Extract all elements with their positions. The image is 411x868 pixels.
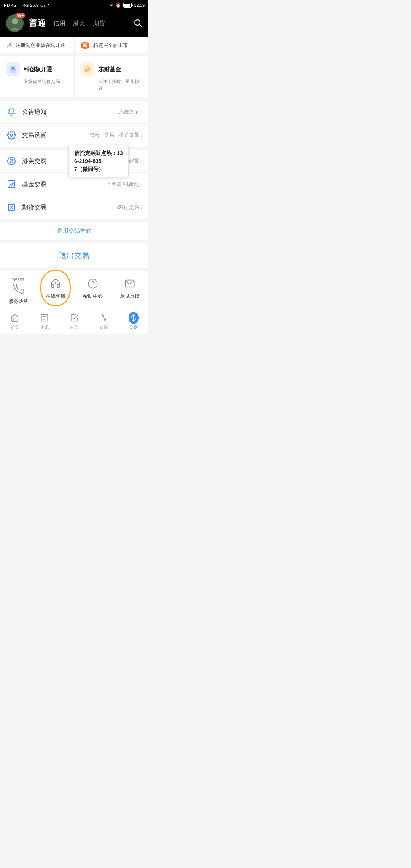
logout-section: 退出交易 bbox=[0, 243, 148, 268]
nav-news-label: 资讯 bbox=[40, 324, 49, 330]
svg-point-5 bbox=[12, 67, 14, 68]
gonggao-chevron: › bbox=[140, 109, 142, 115]
backup-link[interactable]: 备用交易方式 bbox=[0, 222, 148, 240]
nav-home-label: 首页 bbox=[11, 324, 19, 330]
menu-item-gonggao[interactable]: 公告通知 风险提示 › bbox=[0, 101, 148, 124]
tooltip-line3: 7（微同号） bbox=[74, 165, 123, 173]
nav-news[interactable]: 资讯 bbox=[30, 313, 59, 330]
bell-icon bbox=[6, 107, 17, 117]
kechuangban-title: 科创板开通 bbox=[24, 66, 52, 73]
nav-watchlist[interactable]: 自选 bbox=[59, 313, 89, 330]
support-hotline[interactable]: 95357 服务热线 bbox=[0, 278, 37, 305]
tooltip-line2: 6-2194-835 bbox=[74, 157, 123, 165]
bottom-nav: 首页 资讯 自选 行情 bbox=[0, 310, 148, 334]
jiaoyishezhi-chevron: › bbox=[140, 132, 142, 138]
menu-group-2: 港美交易 全球资产配置 › 信托定融返点热：13 6-2194-835 7（微同… bbox=[0, 150, 148, 219]
qihuo-label: 期货交易 bbox=[22, 204, 111, 212]
backup-link-text: 备用交易方式 bbox=[57, 227, 91, 234]
home-icon bbox=[10, 313, 20, 323]
phone-icon bbox=[13, 283, 25, 295]
header-tabs: 普通 信用 港美 期货 bbox=[29, 18, 128, 29]
online-service-label: 在线客服 bbox=[46, 293, 65, 300]
support-online-service[interactable]: 在线客服 bbox=[37, 278, 75, 305]
nav-home[interactable]: 首页 bbox=[0, 313, 30, 330]
avatar-wrap[interactable]: 99+ bbox=[6, 14, 24, 32]
feature-cards: 科创板开通 支持盘后定价交易 东财基金 专注于指数、量化投资 bbox=[0, 56, 148, 97]
menu-item-qihuo[interactable]: 期货交易 T+0双向交易 › bbox=[0, 196, 148, 219]
menu-item-jiaoyishezhi[interactable]: 交易设置 登录、交易、推送设置 › bbox=[0, 124, 148, 147]
support-feedback[interactable]: 意见反馈 bbox=[112, 278, 149, 305]
news-icon bbox=[40, 313, 49, 323]
feature-card-dongcai[interactable]: 东财基金 专注于指数、量化投资 bbox=[75, 56, 149, 97]
jiaoyishezhi-right-text: 登录、交易、推送设置 bbox=[89, 132, 139, 139]
header: 99+ 普通 信用 港美 期货 bbox=[0, 11, 148, 37]
gangmei-chevron: › bbox=[140, 158, 142, 164]
dongcai-desc: 专注于指数、量化投资 bbox=[81, 78, 143, 91]
qihuo-right: T+0双向交易 › bbox=[111, 204, 142, 211]
dollar-icon bbox=[6, 156, 17, 166]
tab-gangmei[interactable]: 港美 bbox=[73, 19, 85, 27]
tab-xinyong[interactable]: 信用 bbox=[53, 19, 65, 27]
gear-icon bbox=[6, 130, 17, 140]
status-speed: 25.9 K/s bbox=[30, 3, 45, 8]
kechuangban-desc: 支持盘后定价交易 bbox=[6, 78, 68, 85]
status-left: HD 4G ↑↓ 4G 25.9 K/s ↻ bbox=[4, 3, 51, 8]
help-label: 帮助中心 bbox=[83, 293, 103, 300]
status-time: 12:39 bbox=[134, 3, 145, 8]
status-bar: HD 4G ↑↓ 4G 25.9 K/s ↻ 👁 ⏰ 12:39 bbox=[0, 0, 148, 11]
hotline-number: 95357 bbox=[13, 278, 24, 282]
feedback-label: 意见反馈 bbox=[120, 293, 140, 300]
svg-line-3 bbox=[140, 24, 142, 27]
headset-icon bbox=[49, 278, 62, 290]
partial-card-2-desc: 精选层全新上市 bbox=[93, 42, 128, 49]
svg-point-6 bbox=[84, 65, 91, 73]
nav-trade-label: 交易 bbox=[129, 324, 138, 330]
dongcai-title: 东财基金 bbox=[98, 66, 121, 73]
tooltip-xingtuo: 信托定融返点热：13 6-2194-835 7（微同号） bbox=[68, 145, 129, 177]
tab-qihuo[interactable]: 期货 bbox=[93, 19, 105, 27]
search-button[interactable] bbox=[133, 18, 142, 29]
avatar-badge: 99+ bbox=[16, 13, 25, 18]
svg-point-11 bbox=[10, 134, 13, 136]
kechuangban-icon bbox=[6, 62, 20, 76]
feature-card-kechuangban[interactable]: 科创板开通 支持盘后定价交易 bbox=[0, 56, 74, 97]
svg-rect-13 bbox=[8, 181, 15, 188]
menu-item-gangmei[interactable]: 港美交易 全球资产配置 › 信托定融返点热：13 6-2194-835 7（微同… bbox=[0, 150, 148, 173]
gonggao-label: 公告通知 bbox=[22, 108, 119, 116]
partial-cards: ↗ 注册制创业板在线开通 新 精选层全新上市 bbox=[0, 37, 148, 53]
nav-trade[interactable]: 交易 bbox=[119, 313, 148, 330]
tooltip-line1: 信托定融返点热：13 bbox=[74, 149, 123, 157]
market-icon bbox=[99, 313, 109, 323]
jijin-right-text: 基金费率1折起 bbox=[107, 181, 139, 188]
support-help[interactable]: 帮助中心 bbox=[74, 278, 112, 305]
nav-market-label: 行情 bbox=[100, 324, 108, 330]
gonggao-right-text: 风险提示 bbox=[119, 108, 139, 115]
partial-card-1-desc: 注册制创业板在线开通 bbox=[16, 42, 65, 49]
status-sync: ↻ bbox=[47, 3, 51, 8]
jijin-chevron: › bbox=[140, 181, 142, 187]
svg-point-16 bbox=[11, 207, 12, 208]
partial-card-jingxuan[interactable]: 新 精选层全新上市 bbox=[75, 37, 149, 53]
battery-icon bbox=[123, 3, 132, 8]
svg-point-2 bbox=[135, 20, 140, 25]
status-alarm: ⏰ bbox=[116, 3, 121, 8]
tab-putong[interactable]: 普通 bbox=[29, 18, 46, 29]
qihuo-chevron: › bbox=[140, 204, 142, 211]
svg-point-17 bbox=[55, 282, 56, 283]
svg-point-1 bbox=[12, 18, 18, 24]
menu-group-1: 公告通知 风险提示 › 交易设置 登录、交易、推送设置 › bbox=[0, 101, 148, 147]
jiaoyishezhi-label: 交易设置 bbox=[22, 131, 89, 139]
status-network: HD 4G ↑↓ 4G bbox=[4, 3, 29, 8]
status-right: 👁 ⏰ 12:39 bbox=[109, 3, 145, 8]
dongcai-icon bbox=[81, 62, 94, 76]
partial-card-chuangye[interactable]: ↗ 注册制创业板在线开通 bbox=[0, 37, 74, 53]
support-row: 95357 服务热线 在线客服 帮助中心 bbox=[0, 271, 148, 310]
jiaoyishezhi-right: 登录、交易、推送设置 › bbox=[89, 132, 142, 139]
jijin-right: 基金费率1折起 › bbox=[107, 181, 142, 188]
nav-market[interactable]: 行情 bbox=[89, 313, 119, 330]
watchlist-icon bbox=[69, 313, 79, 323]
mail-icon bbox=[124, 278, 136, 290]
logout-button[interactable]: 退出交易 bbox=[8, 251, 141, 261]
qihuo-right-text: T+0双向交易 bbox=[111, 204, 139, 211]
question-icon bbox=[87, 278, 99, 290]
